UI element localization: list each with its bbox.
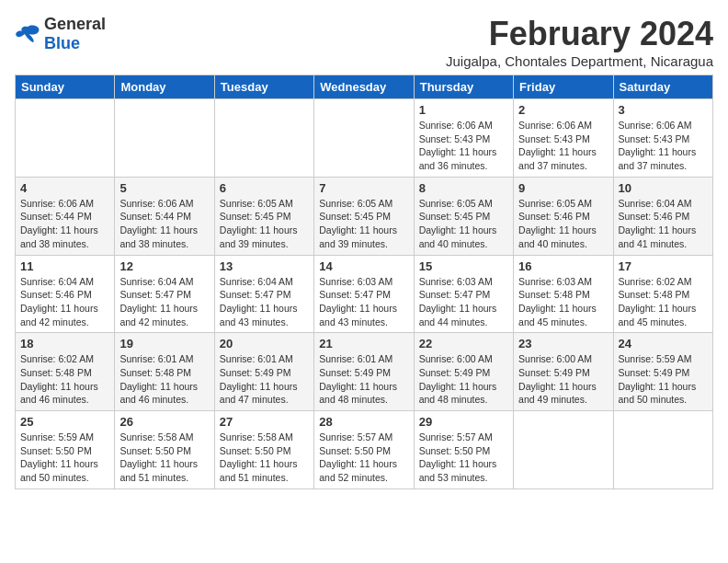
- day-info: Sunrise: 6:00 AM Sunset: 5:49 PM Dayligh…: [518, 352, 608, 407]
- calendar-cell: 20Sunrise: 6:01 AM Sunset: 5:49 PM Dayli…: [214, 333, 313, 411]
- calendar-cell: 25Sunrise: 5:59 AM Sunset: 5:50 PM Dayli…: [16, 411, 115, 489]
- logo-blue: Blue: [44, 34, 80, 52]
- calendar-cell: 27Sunrise: 5:58 AM Sunset: 5:50 PM Dayli…: [214, 411, 313, 489]
- day-number: 19: [119, 337, 209, 350]
- calendar-cell: 13Sunrise: 6:04 AM Sunset: 5:47 PM Dayli…: [214, 255, 313, 333]
- day-number: 17: [619, 259, 708, 273]
- day-number: 23: [518, 337, 608, 350]
- day-info: Sunrise: 6:06 AM Sunset: 5:43 PM Dayligh…: [518, 119, 608, 173]
- day-number: 10: [619, 181, 708, 195]
- calendar-cell: 6Sunrise: 6:05 AM Sunset: 5:45 PM Daylig…: [214, 177, 313, 255]
- day-info: Sunrise: 5:57 AM Sunset: 5:50 PM Dayligh…: [419, 431, 508, 485]
- day-info: Sunrise: 6:05 AM Sunset: 5:45 PM Dayligh…: [319, 197, 408, 251]
- calendar-cell: 15Sunrise: 6:03 AM Sunset: 5:47 PM Dayli…: [414, 255, 513, 333]
- calendar-cell: 1Sunrise: 6:06 AM Sunset: 5:43 PM Daylig…: [414, 99, 513, 178]
- day-number: 20: [220, 337, 309, 350]
- calendar-week-row: 4Sunrise: 6:06 AM Sunset: 5:44 PM Daylig…: [16, 177, 713, 255]
- calendar-cell: [314, 99, 414, 178]
- location-subtitle: Juigalpa, Chontales Department, Nicaragu…: [446, 53, 713, 69]
- calendar-week-row: 11Sunrise: 6:04 AM Sunset: 5:46 PM Dayli…: [16, 255, 713, 333]
- weekday-header-monday: Monday: [115, 75, 214, 99]
- calendar-cell: 10Sunrise: 6:04 AM Sunset: 5:46 PM Dayli…: [613, 177, 712, 255]
- calendar-cell: 21Sunrise: 6:01 AM Sunset: 5:49 PM Dayli…: [314, 333, 414, 411]
- weekday-header-tuesday: Tuesday: [214, 75, 313, 99]
- weekday-header-sunday: Sunday: [16, 75, 115, 99]
- day-number: 29: [419, 415, 508, 429]
- day-number: 27: [220, 415, 309, 429]
- calendar-cell: 23Sunrise: 6:00 AM Sunset: 5:49 PM Dayli…: [514, 333, 613, 411]
- day-info: Sunrise: 6:05 AM Sunset: 5:45 PM Dayligh…: [419, 197, 508, 251]
- day-info: Sunrise: 6:05 AM Sunset: 5:45 PM Dayligh…: [220, 197, 309, 251]
- calendar-cell: 9Sunrise: 6:05 AM Sunset: 5:46 PM Daylig…: [514, 177, 613, 255]
- day-info: Sunrise: 5:59 AM Sunset: 5:49 PM Dayligh…: [619, 352, 708, 407]
- day-info: Sunrise: 6:04 AM Sunset: 5:46 PM Dayligh…: [20, 275, 109, 329]
- day-info: Sunrise: 6:05 AM Sunset: 5:46 PM Dayligh…: [518, 197, 608, 251]
- title-block: February 2024 Juigalpa, Chontales Depart…: [446, 15, 713, 69]
- day-number: 24: [619, 337, 708, 350]
- day-number: 1: [419, 103, 508, 117]
- calendar-cell: 16Sunrise: 6:03 AM Sunset: 5:48 PM Dayli…: [514, 255, 613, 333]
- calendar-cell: 2Sunrise: 6:06 AM Sunset: 5:43 PM Daylig…: [514, 99, 613, 178]
- day-number: 13: [220, 259, 309, 273]
- day-number: 11: [20, 259, 109, 273]
- day-info: Sunrise: 6:04 AM Sunset: 5:47 PM Dayligh…: [119, 275, 209, 329]
- logo: General Blue: [15, 15, 106, 53]
- day-info: Sunrise: 6:06 AM Sunset: 5:43 PM Dayligh…: [419, 119, 508, 173]
- day-info: Sunrise: 6:04 AM Sunset: 5:46 PM Dayligh…: [619, 197, 708, 251]
- day-number: 9: [518, 181, 608, 195]
- day-number: 4: [20, 181, 109, 195]
- day-info: Sunrise: 6:02 AM Sunset: 5:48 PM Dayligh…: [20, 352, 109, 407]
- weekday-header-wednesday: Wednesday: [314, 75, 414, 99]
- day-info: Sunrise: 6:01 AM Sunset: 5:49 PM Dayligh…: [220, 352, 309, 407]
- calendar-cell: 11Sunrise: 6:04 AM Sunset: 5:46 PM Dayli…: [16, 255, 115, 333]
- day-number: 15: [419, 259, 508, 273]
- day-number: 3: [619, 103, 708, 117]
- day-number: 14: [319, 259, 408, 273]
- day-info: Sunrise: 6:01 AM Sunset: 5:48 PM Dayligh…: [119, 352, 209, 407]
- logo-general: General: [44, 15, 106, 33]
- weekday-header-saturday: Saturday: [613, 75, 712, 99]
- weekday-header-thursday: Thursday: [414, 75, 513, 99]
- calendar-cell: 28Sunrise: 5:57 AM Sunset: 5:50 PM Dayli…: [314, 411, 414, 489]
- day-number: 16: [518, 259, 608, 273]
- day-info: Sunrise: 5:58 AM Sunset: 5:50 PM Dayligh…: [220, 431, 309, 485]
- calendar-cell: [16, 99, 115, 178]
- day-info: Sunrise: 6:00 AM Sunset: 5:49 PM Dayligh…: [419, 352, 508, 407]
- calendar-cell: 24Sunrise: 5:59 AM Sunset: 5:49 PM Dayli…: [613, 333, 712, 411]
- calendar-cell: 19Sunrise: 6:01 AM Sunset: 5:48 PM Dayli…: [115, 333, 214, 411]
- day-number: 6: [220, 181, 309, 195]
- calendar-cell: [115, 99, 214, 178]
- day-info: Sunrise: 6:06 AM Sunset: 5:44 PM Dayligh…: [119, 197, 209, 251]
- day-info: Sunrise: 6:03 AM Sunset: 5:47 PM Dayligh…: [319, 275, 408, 329]
- calendar-cell: 26Sunrise: 5:58 AM Sunset: 5:50 PM Dayli…: [115, 411, 214, 489]
- day-info: Sunrise: 6:01 AM Sunset: 5:49 PM Dayligh…: [319, 352, 408, 407]
- day-info: Sunrise: 5:57 AM Sunset: 5:50 PM Dayligh…: [319, 431, 408, 485]
- day-number: 7: [319, 181, 408, 195]
- calendar-cell: 8Sunrise: 6:05 AM Sunset: 5:45 PM Daylig…: [414, 177, 513, 255]
- day-number: 2: [518, 103, 608, 117]
- calendar-cell: 14Sunrise: 6:03 AM Sunset: 5:47 PM Dayli…: [314, 255, 414, 333]
- logo-bird-icon: [15, 24, 40, 44]
- day-number: 21: [319, 337, 408, 350]
- calendar-week-row: 25Sunrise: 5:59 AM Sunset: 5:50 PM Dayli…: [16, 411, 713, 489]
- weekday-header-row: SundayMondayTuesdayWednesdayThursdayFrid…: [16, 75, 713, 99]
- day-info: Sunrise: 6:06 AM Sunset: 5:43 PM Dayligh…: [619, 119, 708, 173]
- day-info: Sunrise: 6:03 AM Sunset: 5:47 PM Dayligh…: [419, 275, 508, 329]
- month-title: February 2024: [446, 15, 713, 53]
- weekday-header-friday: Friday: [514, 75, 613, 99]
- day-number: 18: [20, 337, 109, 350]
- calendar-cell: 22Sunrise: 6:00 AM Sunset: 5:49 PM Dayli…: [414, 333, 513, 411]
- calendar-cell: 17Sunrise: 6:02 AM Sunset: 5:48 PM Dayli…: [613, 255, 712, 333]
- day-info: Sunrise: 6:04 AM Sunset: 5:47 PM Dayligh…: [220, 275, 309, 329]
- calendar-cell: 5Sunrise: 6:06 AM Sunset: 5:44 PM Daylig…: [115, 177, 214, 255]
- day-info: Sunrise: 6:02 AM Sunset: 5:48 PM Dayligh…: [619, 275, 708, 329]
- calendar-cell: 7Sunrise: 6:05 AM Sunset: 5:45 PM Daylig…: [314, 177, 414, 255]
- calendar-cell: 12Sunrise: 6:04 AM Sunset: 5:47 PM Dayli…: [115, 255, 214, 333]
- day-number: 26: [119, 415, 209, 429]
- day-number: 22: [419, 337, 508, 350]
- calendar-table: SundayMondayTuesdayWednesdayThursdayFrid…: [15, 75, 713, 489]
- calendar-cell: 29Sunrise: 5:57 AM Sunset: 5:50 PM Dayli…: [414, 411, 513, 489]
- day-number: 28: [319, 415, 408, 429]
- calendar-cell: 4Sunrise: 6:06 AM Sunset: 5:44 PM Daylig…: [16, 177, 115, 255]
- day-number: 25: [20, 415, 109, 429]
